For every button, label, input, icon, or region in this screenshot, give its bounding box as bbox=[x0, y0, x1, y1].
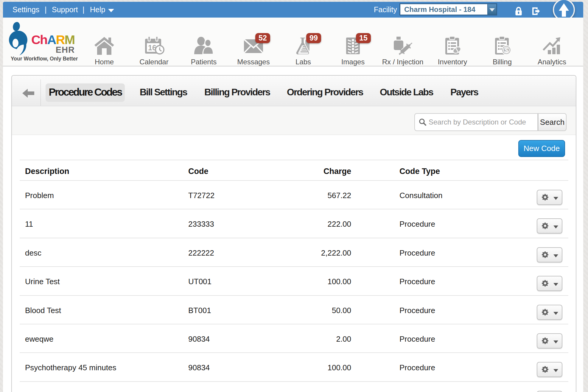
svg-text:$: $ bbox=[505, 46, 508, 54]
svg-text:Your Workflow, Only Better: Your Workflow, Only Better bbox=[11, 56, 78, 62]
svg-text:ChARM: ChARM bbox=[31, 32, 74, 47]
svg-text:EHR: EHR bbox=[56, 45, 75, 55]
